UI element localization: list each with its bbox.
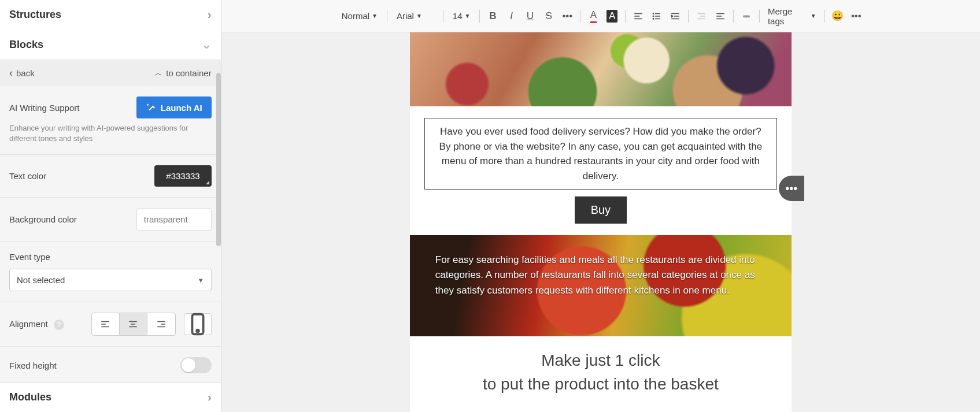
italic-button[interactable]: I: [504, 8, 520, 25]
headline-line-2: to put the product into the basket: [483, 375, 719, 393]
emoji-button[interactable]: 😀: [830, 8, 846, 25]
svg-point-1: [197, 330, 199, 332]
caret-down-icon: ▼: [465, 13, 471, 19]
paragraph-1: Have you ever used food delivery service…: [439, 126, 763, 181]
fixed-height-label: Fixed height: [9, 361, 57, 370]
text-bg-button[interactable]: A: [604, 8, 620, 25]
breadcrumb: ‹ back ︿ to container: [0, 60, 221, 86]
align-left-button[interactable]: [92, 313, 120, 335]
strikethrough-button[interactable]: S: [541, 8, 557, 25]
help-icon[interactable]: ?: [54, 320, 64, 330]
event-type-row: Event type Not selected ▼: [0, 242, 221, 302]
align-right-button[interactable]: [147, 313, 175, 335]
ai-writing-row: AI Writing Support Launch AI Enhance you…: [0, 86, 221, 155]
chevron-right-icon: ›: [208, 8, 212, 21]
selected-text-block[interactable]: Have you ever used food delivery service…: [424, 118, 777, 190]
underline-button[interactable]: U: [522, 8, 538, 25]
hero-image-2[interactable]: For easy searching facilities and meals …: [410, 235, 792, 336]
bold-button[interactable]: B: [485, 8, 501, 25]
svg-point-4: [653, 18, 654, 19]
back-button[interactable]: ‹ back: [9, 67, 35, 79]
text-color-label: Text color: [9, 171, 46, 181]
panel-body: AI Writing Support Launch AI Enhance you…: [0, 86, 221, 382]
structures-label: Structures: [9, 9, 61, 21]
font-family-select[interactable]: Arial▼: [392, 9, 438, 23]
bg-color-input[interactable]: [136, 208, 212, 231]
chevron-up-icon: ︿: [154, 68, 162, 79]
structures-section[interactable]: Structures ›: [0, 0, 221, 29]
chevron-left-icon: ‹: [9, 67, 13, 79]
link-button[interactable]: [738, 8, 755, 25]
magic-wand-icon: [146, 102, 156, 113]
indent2-button[interactable]: [712, 8, 728, 25]
chevron-down-icon: ⌄: [202, 38, 212, 51]
headline-line-1: Make just 1 click: [541, 351, 660, 369]
caret-down-icon: ▼: [198, 277, 204, 284]
caret-down-icon: ▼: [811, 13, 816, 19]
list-button[interactable]: [649, 8, 665, 25]
to-container-label: to container: [166, 68, 211, 78]
scrollbar[interactable]: [216, 73, 221, 246]
back-label: back: [16, 68, 35, 78]
svg-point-3: [653, 16, 654, 17]
mobile-preview-button[interactable]: [184, 313, 212, 335]
text-color-picker[interactable]: #333333: [154, 165, 211, 187]
merge-tags-button[interactable]: Merge tags▼: [764, 6, 820, 26]
chevron-right-icon: ›: [208, 391, 212, 404]
more-formatting-button[interactable]: •••: [559, 8, 575, 25]
fixed-height-toggle[interactable]: [180, 357, 212, 373]
email-body: Have you ever used food delivery service…: [410, 32, 792, 412]
text-color-button[interactable]: A: [585, 8, 601, 25]
to-container-button[interactable]: ︿ to container: [154, 68, 211, 79]
editor-main: Normal▼ Arial▼ 14▼ B I U S ••• A A Merge…: [221, 0, 980, 412]
ai-writing-label: AI Writing Support: [9, 103, 79, 113]
align-button[interactable]: [630, 8, 646, 25]
text-color-row: Text color #333333: [0, 155, 221, 198]
alignment-row: Alignment ?: [0, 302, 221, 347]
blocks-label: Blocks: [9, 39, 43, 51]
ai-writing-desc: Enhance your writing with AI-powered sug…: [9, 123, 212, 144]
alignment-label: Alignment ?: [9, 319, 64, 330]
block-actions-fab[interactable]: •••: [779, 176, 804, 201]
paragraph-format-select[interactable]: Normal▼: [337, 9, 382, 23]
email-canvas[interactable]: Have you ever used food delivery service…: [221, 32, 980, 412]
settings-sidebar: Structures › Blocks ⌄ ‹ back ︿ to contai…: [0, 0, 221, 412]
svg-rect-5: [743, 15, 750, 17]
more-button[interactable]: •••: [848, 8, 864, 25]
paragraph-2: For easy searching facilities and meals …: [435, 254, 755, 296]
caret-down-icon: ▼: [416, 13, 422, 19]
modules-label: Modules: [9, 391, 51, 403]
caret-down-icon: ▼: [372, 13, 378, 19]
event-type-label: Event type: [9, 252, 212, 262]
headline-block[interactable]: Make just 1 click to put the product int…: [410, 336, 792, 412]
hero-image-1[interactable]: [410, 32, 792, 106]
launch-ai-label: Launch AI: [161, 103, 202, 113]
text-color-value: #333333: [166, 171, 199, 181]
event-type-value: Not selected: [17, 275, 65, 285]
bg-color-label: Background color: [9, 214, 77, 224]
bg-color-row: Background color: [0, 198, 221, 242]
buy-button[interactable]: Buy: [575, 196, 627, 224]
launch-ai-button[interactable]: Launch AI: [136, 96, 212, 118]
rich-text-toolbar: Normal▼ Arial▼ 14▼ B I U S ••• A A Merge…: [221, 0, 980, 32]
event-type-select[interactable]: Not selected ▼: [9, 269, 212, 291]
fixed-height-row: Fixed height: [0, 347, 221, 382]
ellipsis-icon: •••: [785, 182, 797, 195]
modules-section[interactable]: Modules ›: [0, 382, 221, 412]
align-center-button[interactable]: [120, 313, 147, 335]
outdent-button[interactable]: [693, 8, 709, 25]
font-size-select[interactable]: 14▼: [448, 9, 475, 23]
indent-button[interactable]: [667, 8, 683, 25]
blocks-section[interactable]: Blocks ⌄: [0, 29, 221, 60]
svg-point-2: [653, 13, 654, 14]
alignment-group: [91, 313, 176, 336]
